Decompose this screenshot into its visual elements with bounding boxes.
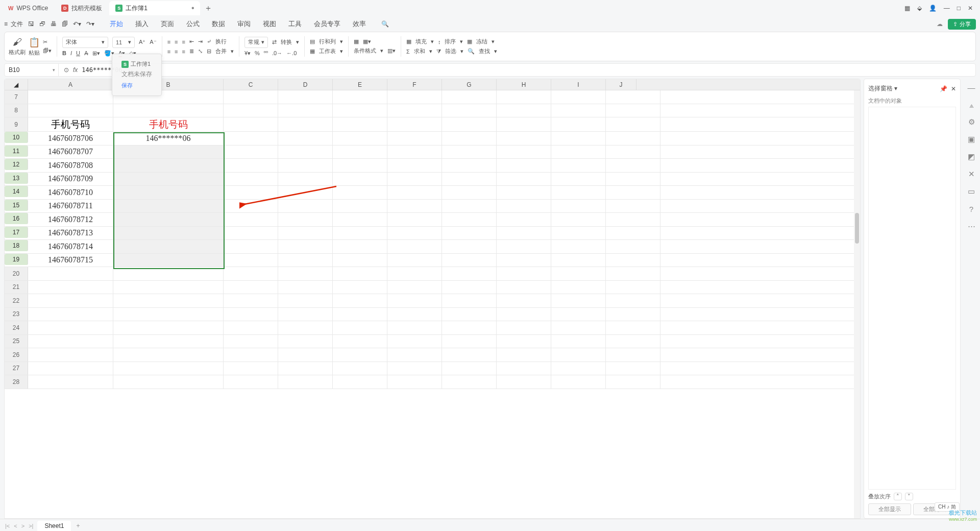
cell[interactable] (278, 254, 333, 267)
share-button[interactable]: ⇪ 分享 (948, 19, 976, 30)
cell[interactable] (442, 159, 497, 172)
rail-book-icon[interactable]: ▭ (967, 187, 976, 196)
sum-icon[interactable]: Σ (406, 49, 410, 55)
col-header-d[interactable]: D (278, 79, 333, 90)
cell[interactable] (278, 104, 333, 117)
save-icon[interactable]: 🖫 (28, 20, 34, 28)
cell[interactable] (113, 348, 224, 361)
sheet-nav-first[interactable]: |< (5, 523, 10, 529)
cell[interactable] (278, 132, 333, 145)
cell[interactable] (497, 254, 551, 267)
sheet-tab-active[interactable]: Sheet1 (37, 521, 71, 531)
indent-decrease-icon[interactable]: ⇤ (189, 38, 194, 45)
cloud-icon[interactable]: ☁ (937, 20, 943, 28)
cell[interactable] (551, 281, 606, 294)
cell[interactable] (442, 186, 497, 199)
pin-icon[interactable]: 📌 (940, 85, 947, 92)
menu-formula[interactable]: 公式 (180, 17, 206, 31)
cell[interactable] (333, 173, 387, 186)
cell[interactable] (278, 200, 333, 213)
cell[interactable] (606, 294, 660, 307)
maximize-button[interactable]: □ (957, 5, 961, 12)
sheet-nav-last[interactable]: >| (29, 523, 33, 529)
cell[interactable] (333, 227, 387, 240)
rail-chart-icon[interactable]: ◩ (967, 152, 976, 161)
cell[interactable] (333, 308, 387, 321)
cell[interactable] (333, 294, 387, 307)
cell[interactable]: 14676078707 (28, 146, 113, 159)
cell[interactable]: 14676078710 (28, 186, 113, 199)
cell[interactable] (113, 335, 224, 348)
rail-more-icon[interactable]: ⋯ (967, 222, 976, 231)
row-header[interactable]: 25 (5, 335, 28, 348)
rowcol-icon[interactable]: ▤ (310, 38, 315, 45)
cut-icon[interactable]: ✂ (43, 39, 47, 45)
cell[interactable]: 手机号码 (28, 117, 113, 131)
cell[interactable] (497, 321, 551, 334)
wrap-icon[interactable]: ⤶ (207, 38, 211, 45)
cell[interactable] (113, 281, 224, 294)
cell[interactable] (387, 335, 442, 348)
cell[interactable] (113, 267, 224, 280)
fill-icon[interactable]: ▦ (406, 38, 411, 45)
cell[interactable] (224, 254, 278, 267)
row-header[interactable]: 9 (5, 117, 28, 131)
rail-collapse-icon[interactable]: — (967, 83, 976, 92)
cell[interactable] (497, 90, 551, 104)
cell[interactable] (278, 213, 333, 226)
cond-format-label[interactable]: 条件格式 (354, 47, 376, 55)
cell[interactable] (606, 146, 660, 159)
cell[interactable] (497, 267, 551, 280)
cell[interactable] (497, 227, 551, 240)
row-header[interactable]: 19 (5, 254, 28, 265)
cell[interactable] (551, 146, 606, 159)
cell[interactable] (278, 348, 333, 361)
cell[interactable] (442, 362, 497, 375)
row-header[interactable]: 14 (5, 186, 28, 197)
cell[interactable] (28, 308, 113, 321)
cell[interactable] (28, 294, 113, 307)
cell[interactable] (224, 200, 278, 213)
cell[interactable] (551, 200, 606, 213)
font-color-icon[interactable]: A▾ (118, 50, 125, 57)
cell[interactable] (333, 348, 387, 361)
percent-icon[interactable]: % (255, 50, 260, 56)
cell[interactable] (551, 294, 606, 307)
close-button[interactable]: ✕ (968, 5, 973, 12)
cell[interactable] (387, 213, 442, 226)
cell[interactable]: 146******06 (113, 132, 224, 145)
row-header[interactable]: 23 (5, 308, 28, 321)
cell[interactable] (278, 186, 333, 199)
cond-format-icon[interactable]: ▦ (354, 38, 359, 45)
cell[interactable] (28, 90, 113, 104)
cell[interactable] (497, 132, 551, 145)
menu-review[interactable]: 审阅 (231, 17, 257, 31)
cell[interactable] (606, 159, 660, 172)
row-header[interactable]: 15 (5, 200, 28, 211)
cell[interactable] (497, 281, 551, 294)
cell[interactable] (278, 146, 333, 159)
cell[interactable] (606, 186, 660, 199)
formula-input[interactable]: 146******06 (82, 66, 122, 74)
cell[interactable] (333, 132, 387, 145)
cell[interactable] (606, 267, 660, 280)
row-header[interactable]: 10 (5, 132, 28, 143)
cell[interactable] (606, 240, 660, 253)
cell[interactable] (387, 146, 442, 159)
add-sheet-button[interactable]: ＋ (75, 521, 81, 530)
decimal-inc-icon[interactable]: .0→ (272, 50, 282, 56)
cell[interactable] (497, 146, 551, 159)
cell[interactable] (551, 132, 606, 145)
cell[interactable] (442, 335, 497, 348)
align-bottom-icon[interactable]: ≡ (182, 39, 185, 45)
print-icon[interactable]: 🖶 (51, 20, 57, 28)
cell[interactable] (224, 213, 278, 226)
cell[interactable] (497, 294, 551, 307)
cell[interactable] (113, 321, 224, 334)
decimal-dec-icon[interactable]: ←.0 (286, 50, 297, 56)
row-header[interactable]: 12 (5, 159, 28, 170)
minimize-button[interactable]: — (944, 5, 950, 12)
cell[interactable] (497, 186, 551, 199)
cell[interactable] (387, 132, 442, 145)
cell[interactable] (442, 375, 497, 389)
